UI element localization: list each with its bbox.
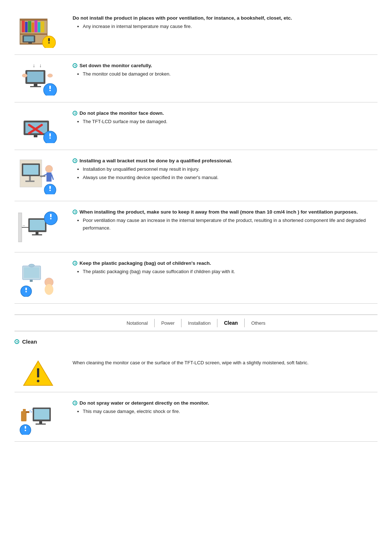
svg-rect-6: [28, 21, 31, 32]
section-plastic-bag: Keep the plastic packaging (bag) out of …: [15, 252, 377, 304]
svg-rect-49: [18, 213, 22, 242]
svg-rect-1: [20, 19, 47, 21]
svg-rect-47: [49, 186, 51, 189]
svg-rect-2: [20, 33, 47, 35]
list-item: The plastic packaging (bag) may cause su…: [83, 268, 377, 276]
svg-rect-57: [50, 214, 52, 217]
section-ventilation-content: When installing the product, make sure t…: [73, 209, 377, 233]
svg-text:↓: ↓: [33, 63, 35, 68]
section-ventilation-title: When installing the product, make sure t…: [73, 209, 377, 215]
section-no-spray-list: This may cause damage, electric shock or…: [83, 408, 377, 416]
svg-point-84: [25, 430, 26, 431]
nav-others[interactable]: Others: [245, 319, 272, 327]
illus-plastic-bag: [18, 260, 58, 297]
illus-face-down: [18, 110, 58, 143]
clean-caution-icon: [15, 339, 19, 344]
svg-text:↓: ↓: [39, 63, 42, 68]
svg-point-14: [42, 36, 56, 48]
svg-point-46: [44, 184, 56, 194]
image-set-down: ↓ ↓: [15, 63, 62, 96]
svg-rect-55: [32, 234, 42, 235]
svg-rect-12: [24, 36, 34, 41]
section-ventilation: ↔ When installing the product, make sure…: [15, 201, 377, 252]
illus-set-down: ↓ ↓: [18, 63, 58, 96]
nav-clean[interactable]: Clean: [217, 319, 245, 327]
image-ventilation: ↔: [15, 209, 62, 246]
section-set-down-title: Set down the monitor carefully.: [73, 63, 377, 68]
illus-spray: [18, 400, 58, 435]
svg-point-16: [48, 42, 50, 44]
svg-rect-7: [32, 23, 34, 32]
svg-point-22: [48, 74, 53, 77]
svg-point-33: [44, 131, 57, 143]
image-spray: [15, 400, 62, 435]
svg-rect-18: [27, 72, 44, 82]
caution-icon: [73, 261, 77, 266]
svg-rect-73: [34, 409, 49, 420]
caution-icon: [73, 111, 77, 116]
nav-installation[interactable]: Installation: [181, 319, 217, 327]
nav-power[interactable]: Power: [155, 319, 181, 327]
caution-icon: [73, 210, 77, 214]
svg-point-58: [50, 218, 52, 219]
svg-rect-75: [36, 424, 46, 425]
svg-rect-40: [25, 181, 34, 182]
svg-rect-34: [49, 133, 51, 137]
section-wall-bracket-title: Installing a wall bracket must be done b…: [73, 158, 377, 163]
svg-point-68: [25, 291, 27, 292]
list-item: Always use the mounting device specified…: [83, 174, 377, 182]
section-plastic-bag-content: Keep the plastic packaging (bag) out of …: [73, 260, 377, 276]
svg-rect-15: [48, 38, 50, 41]
svg-rect-53: [30, 220, 45, 230]
clean-heading: Clean: [15, 339, 377, 345]
section-set-down-list: The monitor could be damaged or broken.: [83, 70, 377, 78]
svg-rect-83: [25, 426, 26, 429]
section-ventilation-list: Poor ventilation may cause an increase i…: [83, 217, 377, 232]
section-no-spray: Do not spray water or detergent directly…: [15, 392, 377, 442]
section-face-down-list: The TFT-LCD surface may be damaged.: [83, 118, 377, 126]
section-bookshelf-list: Any increase in internal temperature may…: [83, 23, 377, 31]
illus-warning-triangle: [22, 359, 54, 388]
svg-point-25: [44, 84, 57, 96]
section-no-spray-content: Do not spray water or detergent directly…: [73, 400, 377, 416]
list-item: The TFT-LCD surface may be damaged.: [83, 118, 377, 126]
section-face-down-title: Do not place the monitor face down.: [73, 110, 377, 116]
image-bookshelf: [15, 15, 62, 48]
section-set-down-content: Set down the monitor carefully. The moni…: [73, 63, 377, 79]
svg-rect-13: [28, 42, 32, 44]
svg-point-48: [49, 190, 51, 191]
svg-point-71: [37, 380, 40, 382]
svg-rect-79: [21, 411, 26, 421]
image-face-down: [15, 110, 62, 143]
svg-point-35: [49, 137, 51, 139]
section-clean-intro: When cleaning the monitor case or the su…: [15, 351, 377, 392]
list-item: Any increase in internal temperature may…: [83, 23, 377, 31]
clean-intro-text: When cleaning the monitor case or the su…: [73, 359, 377, 367]
caution-icon: [73, 63, 77, 68]
svg-line-44: [52, 174, 53, 180]
svg-rect-8: [34, 20, 37, 32]
svg-point-21: [22, 74, 27, 77]
svg-point-78: [30, 410, 31, 411]
svg-point-76: [30, 411, 32, 413]
image-wall-bracket: [15, 158, 62, 194]
section-wall-bracket-content: Installing a wall bracket must be done b…: [73, 158, 377, 182]
svg-point-63: [29, 264, 34, 267]
nav-notational[interactable]: Notational: [120, 319, 155, 327]
svg-rect-4: [22, 21, 25, 32]
svg-rect-20: [30, 86, 41, 87]
section-bookshelf-content: Do not install the product in places wit…: [73, 15, 377, 31]
svg-rect-45: [40, 175, 45, 177]
svg-rect-67: [25, 288, 27, 290]
image-warning-triangle: [15, 359, 62, 388]
svg-rect-74: [39, 421, 42, 424]
svg-rect-62: [30, 280, 33, 282]
list-item: This may cause damage, electric shock or…: [83, 408, 377, 416]
svg-rect-42: [46, 173, 52, 182]
svg-rect-80: [23, 409, 26, 413]
caution-icon: [73, 158, 77, 163]
navigation-bar: Notational Power Installation Clean Othe…: [15, 315, 377, 331]
svg-rect-10: [41, 21, 44, 32]
list-item: Poor ventilation may cause an increase i…: [83, 217, 377, 232]
svg-rect-5: [25, 22, 28, 32]
